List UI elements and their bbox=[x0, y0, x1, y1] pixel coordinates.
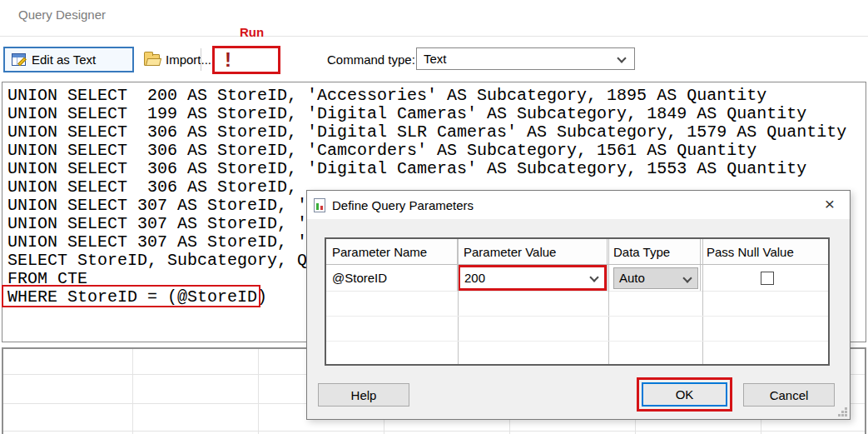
column-header-parameter-value: Parameter Value bbox=[458, 239, 608, 264]
query-designer-window: Query Designer Edit as Text Import... ! … bbox=[0, 0, 868, 434]
edit-as-text-button[interactable]: Edit as Text bbox=[3, 47, 134, 72]
dialog-title: Define Query Parameters bbox=[332, 198, 474, 212]
sql-line: UNION SELECT 306 AS StoreID, 'Digital SL… bbox=[7, 123, 866, 142]
import-label: Import... bbox=[166, 52, 211, 67]
open-folder-icon bbox=[144, 54, 160, 66]
grid-row-line bbox=[326, 341, 828, 342]
run-annotation-label: Run bbox=[240, 25, 264, 39]
parameter-value-cell: 200 bbox=[458, 265, 608, 291]
parameter-value-combobox[interactable]: 200 bbox=[460, 267, 604, 288]
chevron-down-icon bbox=[589, 272, 598, 282]
define-query-parameters-dialog: Define Query Parameters × Parameter Name… bbox=[306, 190, 851, 420]
dialog-titlebar[interactable]: Define Query Parameters × bbox=[307, 191, 850, 219]
cancel-button[interactable]: Cancel bbox=[743, 383, 835, 407]
grid-column-line bbox=[458, 239, 459, 364]
data-type-cell: Auto bbox=[608, 265, 701, 291]
where-clause-annotation-box bbox=[2, 285, 260, 307]
run-button-annotation-box[interactable]: ! bbox=[212, 46, 280, 74]
data-type-text: Auto bbox=[619, 271, 645, 285]
sql-line: UNION SELECT 199 AS StoreID, 'Digital Ca… bbox=[7, 105, 866, 123]
sql-line: UNION SELECT 306 AS StoreID, 'Camcorders… bbox=[7, 142, 866, 160]
column-header-data-type: Data Type bbox=[608, 239, 701, 264]
pencil-icon bbox=[17, 57, 27, 67]
command-type-select[interactable]: Text bbox=[416, 47, 635, 70]
pass-null-checkbox[interactable] bbox=[761, 272, 774, 285]
parameter-value-text: 200 bbox=[464, 271, 485, 285]
ok-button[interactable]: OK bbox=[642, 382, 727, 407]
data-type-combobox[interactable]: Auto bbox=[613, 267, 698, 289]
parameter-name-cell: @StoreID bbox=[326, 265, 458, 291]
sql-line: UNION SELECT 200 AS StoreID, 'Accessorie… bbox=[7, 87, 866, 105]
parameter-row: @StoreID 200 Auto bbox=[326, 265, 828, 292]
command-type-label: Command type: bbox=[327, 52, 415, 67]
command-type-value: Text bbox=[424, 52, 447, 66]
parameters-grid-header: Parameter Name Parameter Value Data Type… bbox=[326, 239, 828, 265]
edit-as-text-label: Edit as Text bbox=[32, 52, 96, 67]
column-header-parameter-name: Parameter Name bbox=[326, 239, 458, 264]
grid-column-line bbox=[702, 239, 703, 364]
pass-null-cell bbox=[701, 265, 828, 291]
window-title: Query Designer bbox=[18, 7, 106, 22]
close-icon: × bbox=[825, 194, 835, 214]
import-button[interactable]: Import... bbox=[137, 47, 218, 72]
report-parameters-icon bbox=[314, 198, 325, 212]
toolbar-separator bbox=[201, 48, 201, 71]
grid-column-line bbox=[258, 349, 259, 434]
ok-button-annotation-box: OK bbox=[637, 377, 732, 412]
help-button[interactable]: Help bbox=[318, 383, 409, 407]
run-exclamation-icon[interactable]: ! bbox=[225, 50, 231, 70]
grid-row-line bbox=[3, 431, 865, 432]
grid-column-line bbox=[608, 239, 609, 364]
chevron-down-icon bbox=[617, 53, 626, 62]
table-edit-icon bbox=[12, 53, 26, 66]
title-separator bbox=[0, 36, 868, 37]
close-button[interactable]: × bbox=[816, 192, 843, 216]
parameters-grid: Parameter Name Parameter Value Data Type… bbox=[325, 237, 830, 366]
column-header-pass-null-value: Pass Null Value bbox=[701, 239, 828, 264]
grid-row-line bbox=[326, 316, 828, 317]
grid-column-line bbox=[132, 349, 133, 434]
sql-line: UNION SELECT 306 AS StoreID, 'Digital Ca… bbox=[7, 160, 866, 178]
resize-grip[interactable] bbox=[838, 407, 847, 417]
chevron-down-icon bbox=[682, 273, 692, 282]
